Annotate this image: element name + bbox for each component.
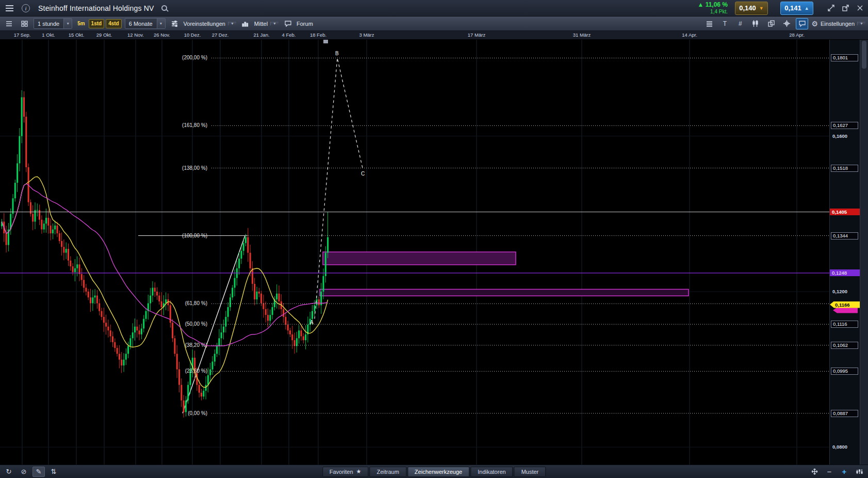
sell-price: 0,140 — [739, 4, 756, 12]
x-axis-date-label: 14 Apr. — [682, 32, 697, 38]
popout-window-icon[interactable] — [840, 3, 850, 13]
refresh-icon[interactable]: ↻ — [3, 467, 15, 477]
axis-scrollbar[interactable] — [860, 40, 868, 465]
chevron-down-icon: ▼ — [270, 22, 279, 25]
line-price-tag[interactable]: 0,1248 — [830, 269, 860, 276]
search-icon[interactable] — [158, 2, 171, 14]
indicator-label: Mittel — [254, 21, 268, 27]
bottom-tab-favoriten[interactable]: Favoriten★ — [322, 467, 369, 477]
text-tool-icon[interactable]: T — [718, 18, 731, 29]
price-axis-label: 0,0800 — [832, 443, 847, 450]
star-icon: ★ — [356, 468, 362, 475]
current-price-tag[interactable]: 0,1405 — [830, 209, 860, 215]
svg-text:(138,00 %): (138,00 %) — [182, 165, 207, 171]
svg-text:(161,80 %): (161,80 %) — [182, 122, 207, 128]
layout-grid-icon[interactable] — [18, 18, 30, 29]
presets-menu[interactable]: Voreinstellungen ▼ — [169, 18, 236, 29]
x-axis-date-label: 17 März — [468, 32, 485, 38]
watchlist-icon[interactable] — [703, 18, 715, 29]
axis-scrollbar-thumb[interactable] — [862, 41, 866, 69]
forum-button[interactable]: Forum — [282, 18, 313, 29]
svg-text:C: C — [361, 171, 365, 177]
x-axis-date-label: 28 Apr. — [789, 32, 805, 38]
timeframe-button-5m[interactable]: 5m — [75, 19, 87, 28]
instrument-title: Steinhoff International Holdings NV — [36, 4, 154, 12]
bottom-tab-label: Favoriten — [330, 469, 353, 475]
bottom-tab-label: Zeichenwerkzeuge — [415, 469, 462, 475]
annotation-tool-icon[interactable] — [796, 18, 808, 29]
price-axis-label: 0,1600 — [832, 133, 847, 139]
presets-label: Voreinstellungen — [184, 21, 225, 27]
crosshair-icon[interactable] — [780, 18, 793, 29]
settings-menu[interactable]: ⚙ Einstellungen ▼ — [811, 20, 865, 28]
range-select-value: 6 Monate — [129, 21, 157, 27]
timeframe-buttons: 5m1std4std — [75, 19, 122, 28]
draw-pencil-icon[interactable]: ✎ — [32, 467, 45, 477]
svg-text:B: B — [335, 51, 339, 56]
close-icon[interactable] — [855, 3, 865, 13]
x-axis-date-label: 12 Nov. — [127, 32, 144, 38]
candlestick-style-icon[interactable] — [749, 18, 762, 29]
x-axis-date-label: 18 Feb. — [310, 32, 326, 38]
price-change: ▲ 11,06 % 1,4 Pkt. — [697, 2, 728, 14]
price-marker-tag[interactable]: 0,1166 — [830, 301, 860, 308]
buy-price: 0,141 — [784, 4, 801, 12]
gear-icon: ⚙ — [811, 20, 818, 28]
bottom-tab-muster[interactable]: Muster — [514, 467, 546, 477]
svg-text:(200,00 %): (200,00 %) — [182, 55, 207, 60]
speech-bubble-icon — [282, 18, 294, 29]
x-axis-date-label: 10 Dez. — [184, 32, 201, 38]
main-menu-icon[interactable] — [3, 2, 15, 14]
chevron-down-icon: ▼ — [63, 19, 72, 28]
price-axis[interactable]: 0,18010,16270,16000,15180,14050,13440,12… — [829, 40, 860, 465]
candlestick-chart[interactable]: (200,00 %)(161,80 %)(138,00 %)(100,00 %)… — [0, 40, 829, 465]
chevron-down-icon: ▼ — [228, 22, 236, 25]
sell-button[interactable]: 0,140 ▼ — [735, 2, 768, 15]
info-icon[interactable]: i — [20, 2, 32, 14]
indicator-menu[interactable]: Mittel ▼ — [239, 18, 279, 29]
svg-text:A: A — [310, 320, 314, 325]
bar-chart-icon — [239, 18, 252, 29]
price-axis-label: 0,0995 — [831, 368, 858, 375]
change-up-arrow-icon: ▲ — [697, 1, 703, 8]
pan-chart-icon[interactable] — [808, 467, 821, 477]
detach-window-icon[interactable] — [826, 3, 836, 13]
chart-toolbar: 1 stunde ▼ 5m1std4std 6 Monate ▼ Voreins… — [0, 17, 868, 31]
x-axis-date-label: 21 Jan. — [253, 32, 269, 38]
x-axis-date-row[interactable]: 17 Sep.1 Okt.15 Okt.29 Okt.12 Nov.26 Nov… — [0, 31, 868, 40]
zoom-in-icon[interactable]: + — [838, 467, 850, 477]
buy-direction-icon: ▲ — [805, 6, 809, 11]
grid-toggle-icon[interactable]: # — [734, 18, 746, 29]
interval-select[interactable]: 1 stunde ▼ — [34, 18, 72, 29]
split-view-icon[interactable] — [853, 467, 865, 477]
zoom-out-icon[interactable]: − — [823, 467, 836, 477]
clear-drawings-icon[interactable]: ⊘ — [18, 467, 30, 477]
x-axis-date-label: 26 Nov. — [154, 32, 170, 38]
price-axis-label: 0,1518 — [831, 165, 858, 172]
bottom-tab-zeichenwerkzeuge[interactable]: Zeichenwerkzeuge — [407, 467, 469, 477]
price-chart-plot[interactable]: (200,00 %)(161,80 %)(138,00 %)(100,00 %)… — [0, 40, 829, 465]
timeframe-button-4std[interactable]: 4std — [106, 19, 122, 28]
price-axis-label: 0,1801 — [831, 54, 858, 61]
sliders-icon — [169, 18, 181, 29]
order-arrows-icon[interactable]: ⇅ — [47, 467, 60, 477]
x-axis-date-label: 31 März — [573, 32, 591, 38]
magenta-marker-arrow[interactable] — [833, 308, 858, 313]
bottom-tabs: Favoriten★ZeitraumZeichenwerkzeugeIndika… — [322, 467, 546, 477]
x-axis-date-label: 3 März — [359, 32, 374, 38]
interval-select-value: 1 stunde — [38, 21, 63, 27]
timeframe-button-1std[interactable]: 1std — [89, 19, 105, 28]
change-percent: 11,06 % — [706, 1, 728, 8]
range-select[interactable]: 6 Monate ▼ — [125, 18, 166, 29]
chart-list-icon[interactable] — [3, 18, 15, 29]
x-axis-date-label: 17 Sep. — [14, 32, 31, 38]
overlay-charts-icon[interactable] — [765, 18, 777, 29]
svg-text:(50,00 %): (50,00 %) — [185, 321, 207, 327]
bottom-toolbar: ↻ ⊘ ✎ ⇅ Favoriten★ZeitraumZeichenwerkzeu… — [0, 465, 868, 478]
change-points: 1,4 Pkt. — [697, 9, 728, 14]
bottom-tab-zeitraum[interactable]: Zeitraum — [369, 467, 406, 477]
bottom-tab-label: Muster — [521, 469, 539, 475]
bottom-tab-indikatoren[interactable]: Indikatoren — [470, 467, 513, 477]
buy-button[interactable]: 0,141 ▲ — [780, 2, 813, 15]
chart-area: (200,00 %)(161,80 %)(138,00 %)(100,00 %)… — [0, 40, 868, 465]
